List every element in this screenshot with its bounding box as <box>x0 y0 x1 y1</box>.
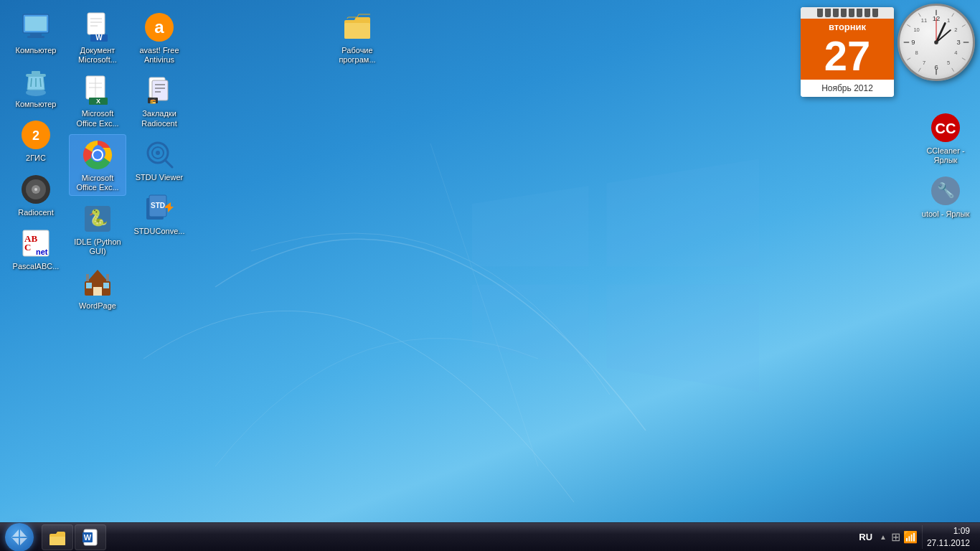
svg-line-70 <box>907 24 910 27</box>
desktop-icon-excel[interactable]: X Microsoft Office Exc... <box>69 70 126 131</box>
desktop-icon-workprog[interactable]: Рабочие програм... <box>329 7 386 67</box>
svg-rect-40 <box>86 283 92 288</box>
desktop-icon-pascalabc[interactable]: AB C net PascalABC... <box>7 223 65 274</box>
start-button[interactable] <box>0 523 39 552</box>
svg-rect-39 <box>93 287 102 296</box>
svg-point-34 <box>93 151 102 159</box>
desktop-icon-ccleaner[interactable]: CC CCleaner - Ярлык <box>917 108 974 168</box>
desktop-icon-2gis[interactable]: 2 2ГИС <box>7 115 65 166</box>
svg-text:W: W <box>84 533 92 542</box>
svg-rect-20 <box>88 13 105 34</box>
calendar-widget[interactable]: вторник 27 Ноябрь 2012 <box>801 7 894 97</box>
tray-expand-arrow[interactable]: ▲ <box>880 533 887 541</box>
icon-col-1: Компьютер Компьютер 2 <box>7 7 65 274</box>
tray-time: 1:09 <box>953 525 970 537</box>
clock-tray[interactable]: 1:09 27.11.2012 <box>922 525 974 550</box>
svg-rect-2 <box>30 33 42 36</box>
svg-text:C: C <box>24 242 31 253</box>
taskbar-item-explorer[interactable] <box>42 524 73 550</box>
tray-date: 27.11.2012 <box>927 537 970 550</box>
svg-text:STD: STD <box>151 202 165 209</box>
taskbar: W RU ▲ ⊞ 📶 1:09 27.11.2012 <box>0 522 980 551</box>
taskbar-right: RU ▲ ⊞ 📶 1:09 27.11.2012 <box>850 523 980 551</box>
calendar-day-number: 27 <box>801 34 894 80</box>
svg-text:11: 11 <box>921 17 927 24</box>
svg-rect-93 <box>50 537 65 545</box>
calendar-top <box>801 7 894 19</box>
svg-point-92 <box>934 40 938 44</box>
svg-text:4: 4 <box>954 50 957 56</box>
svg-text:X: X <box>96 98 100 105</box>
desktop-icon-utool[interactable]: 🔧 utool - Ярлык <box>917 171 974 222</box>
svg-line-55 <box>165 160 172 167</box>
svg-text:6: 6 <box>934 63 938 71</box>
svg-line-69 <box>918 13 920 17</box>
svg-marker-38 <box>88 270 108 281</box>
clock-face: 12 3 6 9 1 2 4 5 7 8 10 11 <box>897 4 975 81</box>
svg-rect-42 <box>86 274 89 281</box>
clock-widget[interactable]: 12 3 6 9 1 2 4 5 7 8 10 11 <box>897 4 976 83</box>
svg-line-72 <box>962 24 966 27</box>
svg-line-76 <box>962 58 966 60</box>
language-indicator: RU <box>856 530 875 544</box>
icon-col-3: a avast! Free Antivirus 📻 Закладки Radio… <box>131 7 188 239</box>
svg-text:net: net <box>36 248 48 256</box>
desktop-icon-recycle[interactable]: Компьютер <box>7 61 65 112</box>
svg-text:🔧: 🔧 <box>937 182 955 199</box>
svg-text:a: a <box>154 17 164 37</box>
svg-point-56 <box>156 151 160 155</box>
svg-text:W: W <box>95 34 103 42</box>
svg-text:7: 7 <box>923 60 925 66</box>
desktop-icon-avast[interactable]: a avast! Free Antivirus <box>131 7 188 67</box>
svg-line-9 <box>40 78 41 87</box>
calendar-month-year: Ноябрь 2012 <box>801 80 894 97</box>
svg-point-15 <box>34 188 37 191</box>
taskbar-items: W <box>39 523 109 551</box>
svg-text:10: 10 <box>913 27 919 33</box>
svg-text:CC: CC <box>936 121 956 136</box>
svg-text:3: 3 <box>957 38 961 46</box>
svg-rect-1 <box>25 17 47 31</box>
svg-text:🐍: 🐍 <box>88 208 108 227</box>
desktop-icon-word-doc[interactable]: W Документ Microsoft... <box>69 7 126 67</box>
desktop-icon-stduconv[interactable]: STD STDUConve... <box>131 188 188 239</box>
desktop-icon-idle[interactable]: 🐍 IDLE (Python GUI) <box>69 199 126 259</box>
tray-icon-2: 📶 <box>903 530 918 544</box>
icon-col-4: Рабочие програм... <box>329 7 386 67</box>
desktop-icon-computer[interactable]: Компьютер <box>7 7 65 58</box>
svg-line-73 <box>918 68 920 72</box>
system-tray: ⊞ 📶 <box>891 530 918 544</box>
svg-text:9: 9 <box>911 38 915 46</box>
svg-text:2: 2 <box>954 27 957 33</box>
svg-text:2: 2 <box>32 128 39 143</box>
svg-line-89 <box>936 24 945 42</box>
svg-text:8: 8 <box>915 50 918 56</box>
desktop-icon-wordpage[interactable]: WordPage <box>69 263 126 314</box>
desktop-icon-stdu[interactable]: STDU Viewer <box>131 134 188 185</box>
tray-icon-1: ⊞ <box>891 530 900 544</box>
svg-text:1: 1 <box>947 17 950 24</box>
taskbar-item-word[interactable]: W <box>75 524 106 550</box>
right-icons: CC CCleaner - Ярлык 🔧 utool - Ярлык <box>917 108 980 222</box>
svg-rect-3 <box>27 36 44 38</box>
desktop-icon-chrome[interactable]: Microsoft Office Exc... <box>69 134 126 196</box>
svg-text:5: 5 <box>947 60 950 66</box>
svg-line-75 <box>952 68 954 72</box>
svg-line-71 <box>952 13 954 17</box>
desktop-icon-zakl[interactable]: 📻 Закладки Radiocent <box>131 70 188 131</box>
svg-rect-6 <box>32 71 40 75</box>
desktop-icon-radiocent[interactable]: Radiocent <box>7 169 65 220</box>
svg-rect-41 <box>103 283 109 288</box>
svg-line-7 <box>31 78 32 87</box>
svg-rect-43 <box>106 274 109 281</box>
icon-col-2: W Документ Microsoft... X Micro <box>69 7 126 314</box>
start-orb <box>5 523 34 552</box>
svg-text:📻: 📻 <box>150 98 156 104</box>
svg-rect-60 <box>344 23 370 39</box>
svg-rect-47 <box>152 80 168 100</box>
svg-line-74 <box>907 58 910 60</box>
calendar-day-of-week: вторник <box>801 19 894 34</box>
